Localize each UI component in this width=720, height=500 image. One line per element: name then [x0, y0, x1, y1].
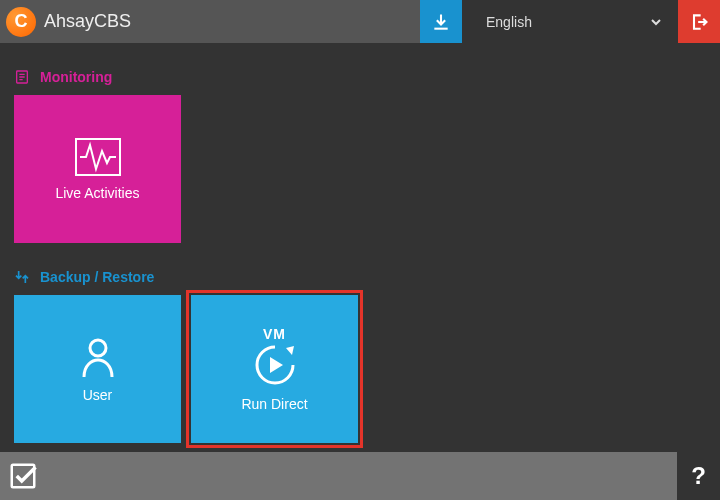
content-area: Monitoring Live Activities Backup / Rest…: [0, 43, 720, 457]
monitoring-section-icon: [14, 69, 30, 85]
tile-live-activities-label: Live Activities: [55, 185, 139, 201]
language-label: English: [486, 14, 532, 30]
svg-point-2: [90, 340, 106, 356]
tile-user-label: User: [83, 387, 113, 403]
backup-restore-section-icon: [14, 269, 30, 285]
tile-run-direct[interactable]: VM Run Direct: [191, 295, 358, 443]
section-title-monitoring: Monitoring: [40, 69, 112, 85]
language-selector[interactable]: English: [462, 0, 678, 43]
tile-user[interactable]: User: [14, 295, 181, 443]
brand: C AhsayCBS: [0, 0, 131, 43]
activity-icon: [74, 137, 122, 177]
download-icon: [431, 12, 451, 32]
brand-logo-letter: C: [15, 11, 28, 32]
bottom-bar: ?: [0, 452, 720, 500]
topbar-spacer: [131, 0, 420, 43]
monitoring-tiles: Live Activities: [14, 95, 706, 243]
user-icon: [78, 335, 118, 379]
top-bar: C AhsayCBS English: [0, 0, 720, 43]
brand-name: AhsayCBS: [44, 11, 131, 32]
backup-restore-tiles: User VM Run Direct: [14, 295, 706, 443]
tile-live-activities[interactable]: Live Activities: [14, 95, 181, 243]
bottom-bar-left: [0, 452, 677, 500]
logout-button[interactable]: [678, 0, 720, 43]
section-head-monitoring: Monitoring: [14, 69, 706, 85]
tile-run-direct-label: Run Direct: [241, 396, 307, 412]
help-button[interactable]: ?: [677, 452, 720, 500]
svg-rect-3: [12, 465, 35, 488]
run-direct-icon-group: VM: [250, 326, 300, 388]
help-label: ?: [691, 462, 706, 490]
chevron-down-icon: [648, 14, 664, 30]
run-direct-icon: [250, 342, 300, 388]
section-title-backup-restore: Backup / Restore: [40, 269, 154, 285]
run-direct-small-label: VM: [263, 326, 286, 342]
logout-icon: [689, 12, 709, 32]
tasks-icon[interactable]: [8, 461, 38, 491]
section-head-backup-restore: Backup / Restore: [14, 269, 706, 285]
brand-logo-icon: C: [6, 7, 36, 37]
download-button[interactable]: [420, 0, 462, 43]
